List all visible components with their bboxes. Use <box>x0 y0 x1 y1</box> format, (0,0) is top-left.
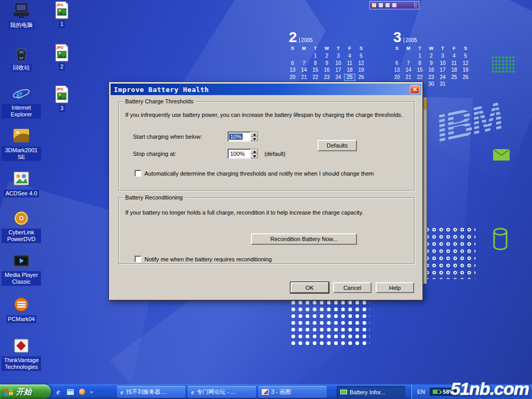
desktop-icon-acdsee[interactable]: ACDSee 4.0 <box>1 170 42 197</box>
calendar-day: 19 <box>355 67 367 74</box>
desktop-icon-thinkvantage[interactable]: ThinkVantage Technologies <box>1 338 42 371</box>
desktop-icon-my-computer[interactable]: 我的电脑 <box>1 2 42 29</box>
calendar-day: 21 <box>403 74 414 82</box>
toolbar-grip[interactable] <box>415 3 417 8</box>
language-bar[interactable] <box>369 1 419 9</box>
task-button-ie-2[interactable]: e 专门网论坛 - ... <box>188 386 256 398</box>
internet-explorer-quicklaunch-icon[interactable]: e <box>54 388 62 396</box>
icon-label: ThinkVantage Technologies <box>2 356 41 371</box>
start-charging-value[interactable]: 10% <box>229 134 243 140</box>
calendar-weekday-row: SMTWTFS <box>287 46 367 52</box>
calendar-weekday: T <box>310 46 321 52</box>
stop-charging-spinner[interactable]: 100% <box>228 149 259 159</box>
calendar-day <box>448 81 460 88</box>
calendar-weekday-row: SMTWTFS <box>391 46 471 52</box>
desktop-file-jpg-3[interactable]: JPG 3 <box>42 85 82 112</box>
calendar-day: 17 <box>437 67 448 74</box>
calendar-day: 21 <box>298 74 310 82</box>
notify-reconditioning-checkbox[interactable] <box>135 256 141 262</box>
start-label: 开始 <box>16 387 32 397</box>
calendar-day: 23 <box>425 74 437 82</box>
calendar-weekday: W <box>321 46 332 52</box>
calendar-day: 18 <box>448 67 460 74</box>
calendar-day: 22 <box>414 74 425 82</box>
calendar-day: 5 <box>355 53 367 60</box>
chevron-icon[interactable]: » <box>90 389 93 395</box>
calendar-day: 26 <box>460 74 471 82</box>
ok-button[interactable]: OK <box>290 282 329 293</box>
media-player-quicklaunch-icon[interactable] <box>78 388 86 396</box>
jpg-file-icon: JPG <box>52 85 71 103</box>
calendar-day <box>460 81 471 88</box>
paint-icon <box>262 389 269 395</box>
recondition-battery-button[interactable]: Recondition Battery Now... <box>251 233 357 245</box>
calendar-weekday: T <box>332 46 344 52</box>
task-button-battery-information[interactable]: Battery Infor... <box>337 386 405 398</box>
close-icon[interactable]: ✕ <box>410 85 420 94</box>
jpg-file-icon: JPG <box>52 44 71 61</box>
thinkvantage-icon <box>12 338 31 355</box>
group-label: Battery Reconditioning <box>123 194 185 201</box>
calendar-day: 7 <box>298 60 310 68</box>
start-button[interactable]: 开始 <box>0 384 51 399</box>
desktop-icon-pcmark04[interactable]: PCMark04 <box>1 296 42 323</box>
calendar-day: 9 <box>425 60 437 68</box>
start-charging-spinner[interactable]: 10% <box>228 131 259 142</box>
spin-up-icon[interactable] <box>250 149 258 154</box>
task-button-ie-1[interactable]: e 找不到服务器.... <box>117 386 185 398</box>
svg-text:JPG: JPG <box>56 3 64 7</box>
desktop-file-jpg-2[interactable]: JPG 2 <box>42 44 82 71</box>
calendar-weekday: S <box>460 46 471 52</box>
calendar-day: 1 <box>310 53 321 60</box>
calendar-month-number: 2 <box>289 30 297 45</box>
calendar-day: 10 <box>332 60 344 68</box>
calendar-day: 25 <box>448 74 460 82</box>
stop-charging-value[interactable]: 100% <box>229 151 246 157</box>
calendar-weekday: W <box>425 46 437 52</box>
battery-icon <box>433 390 441 394</box>
calendar-year: 2005 <box>299 37 313 43</box>
spin-down-icon[interactable] <box>250 137 258 141</box>
calendar-day <box>391 53 403 60</box>
desktop-icon-powerdvd[interactable]: CyberLink PowerDVD <box>1 210 42 243</box>
task-button-paint[interactable]: 3 - 画图 <box>258 386 327 398</box>
calendar-weekday: S <box>391 46 403 52</box>
calendar-day: 13 <box>391 67 403 74</box>
default-note: (default) <box>264 151 285 157</box>
icon-label: 3 <box>59 104 65 112</box>
calendar-day: 12 <box>355 60 367 68</box>
calendar-day: 2 <box>321 53 332 60</box>
desktop-icon-recycle-bin[interactable]: 回收站 <box>1 45 42 72</box>
keyboard-icon[interactable] <box>385 3 390 7</box>
desktop-file-jpg-1[interactable]: JPG 1 <box>42 1 82 28</box>
desktop-icon-media-player-classic[interactable]: Media Player Classic <box>1 252 42 286</box>
desktop-icon-3dmark2001[interactable]: 3DMark2001 SE <box>1 128 42 161</box>
spin-down-icon[interactable] <box>250 154 258 158</box>
spin-up-icon[interactable] <box>250 132 258 137</box>
language-indicator[interactable]: EN <box>417 389 425 395</box>
desktop: IBM 2 2005 SMTWTFS 123456789101112131415… <box>0 0 532 399</box>
desktop-icon-internet-explorer[interactable]: e Internet Explorer <box>1 85 42 118</box>
calendar-day: 3 <box>437 53 448 60</box>
acdsee-icon <box>12 170 31 188</box>
volume-icon[interactable] <box>372 3 376 7</box>
calendar-weekday: T <box>414 46 425 52</box>
auto-determine-checkbox[interactable] <box>135 170 141 177</box>
calendar-weekday: M <box>298 46 310 52</box>
cylinder-icon <box>493 228 508 251</box>
options-icon[interactable] <box>392 3 396 7</box>
defaults-button[interactable]: Defaults <box>317 140 357 151</box>
icon-label: Media Player Classic <box>2 271 41 286</box>
ibm-logo: IBM <box>431 94 506 152</box>
media-player-classic-icon <box>12 252 31 270</box>
pen-icon[interactable] <box>379 3 383 7</box>
help-button[interactable]: Help <box>376 282 414 293</box>
cancel-button[interactable]: Cancel <box>333 282 371 293</box>
calendar-year: 2005 <box>404 37 417 43</box>
calendar-weekday: S <box>287 46 298 52</box>
show-desktop-icon[interactable] <box>66 388 74 396</box>
dialog-titlebar[interactable]: Improve Battery Health ✕ <box>111 84 421 95</box>
calendar-day: 19 <box>460 67 471 74</box>
internet-explorer-icon: e <box>191 388 194 396</box>
calendar-day: 18 <box>344 67 355 74</box>
